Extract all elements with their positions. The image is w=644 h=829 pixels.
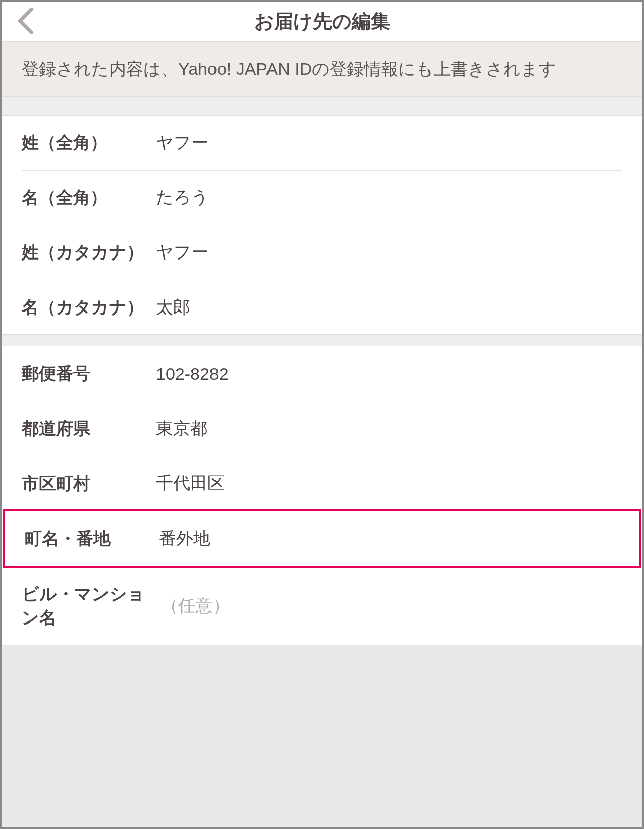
- street-row[interactable]: 町名・番地 番外地: [5, 511, 639, 566]
- street-row-highlight: 町名・番地 番外地: [3, 509, 641, 568]
- city-value: 千代田区: [156, 472, 622, 495]
- postal-row[interactable]: 郵便番号 102-8282: [22, 346, 622, 401]
- first-name-value: たろう: [156, 186, 622, 209]
- section-divider: [2, 96, 642, 116]
- last-kana-row[interactable]: 姓（カタカナ） ヤフー: [22, 225, 622, 280]
- prefecture-row[interactable]: 都道府県 東京都: [22, 401, 622, 456]
- building-label: ビル・マンション名: [22, 582, 156, 630]
- first-kana-label: 名（カタカナ）: [22, 295, 156, 320]
- last-kana-value: ヤフー: [156, 241, 622, 264]
- chevron-left-icon: [17, 8, 35, 34]
- street-label: 町名・番地: [25, 527, 159, 551]
- city-row[interactable]: 市区町村 千代田区: [22, 456, 622, 511]
- last-name-value: ヤフー: [156, 131, 622, 154]
- prefecture-label: 都道府県: [22, 417, 156, 441]
- last-kana-label: 姓（カタカナ）: [22, 240, 156, 265]
- building-placeholder: （任意）: [156, 594, 622, 617]
- page-title: お届け先の編集: [2, 9, 642, 34]
- notice-banner: 登録された内容は、Yahoo! JAPAN IDの登録情報にも上書きされます: [2, 42, 642, 96]
- section-divider: [2, 334, 642, 346]
- back-button[interactable]: [17, 8, 35, 36]
- postal-label: 郵便番号: [22, 361, 156, 386]
- first-name-label: 名（全角）: [22, 186, 156, 210]
- street-value: 番外地: [159, 527, 619, 550]
- name-section: 姓（全角） ヤフー 名（全角） たろう 姓（カタカナ） ヤフー 名（カタカナ） …: [2, 116, 642, 334]
- first-kana-value: 太郎: [156, 296, 622, 319]
- last-name-row[interactable]: 姓（全角） ヤフー: [22, 116, 622, 170]
- header: お届け先の編集: [2, 2, 642, 42]
- prefecture-value: 東京都: [156, 417, 622, 440]
- last-name-label: 姓（全角）: [22, 131, 156, 155]
- address-section: 郵便番号 102-8282 都道府県 東京都 市区町村 千代田区 町名・番地 番…: [2, 346, 642, 645]
- building-row[interactable]: ビル・マンション名 （任意）: [22, 567, 622, 645]
- city-label: 市区町村: [22, 472, 156, 496]
- first-name-row[interactable]: 名（全角） たろう: [22, 170, 622, 225]
- first-kana-row[interactable]: 名（カタカナ） 太郎: [22, 280, 622, 335]
- postal-value: 102-8282: [156, 364, 622, 384]
